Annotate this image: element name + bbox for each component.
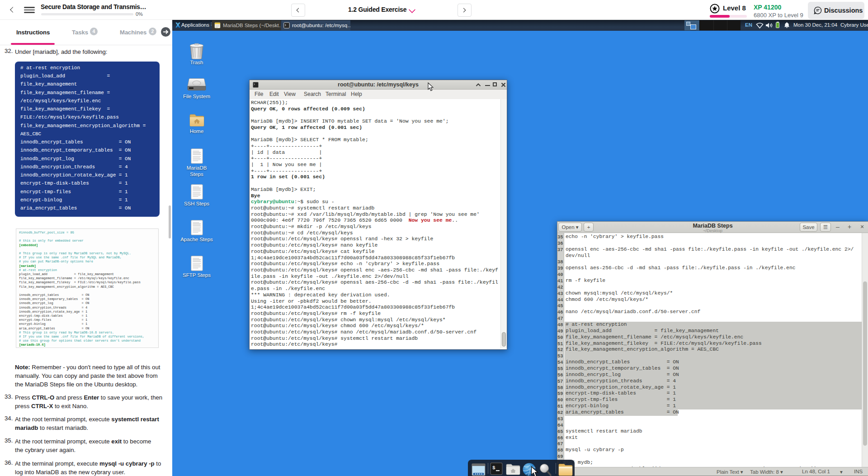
svg-text:$: $ xyxy=(492,465,495,471)
